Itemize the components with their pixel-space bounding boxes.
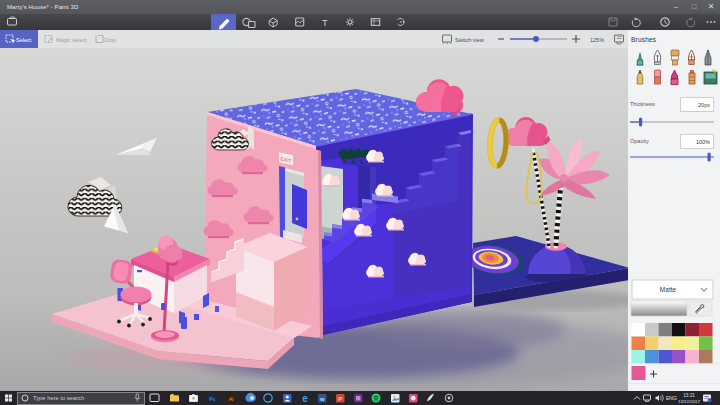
svg-text:Ps: Ps — [209, 396, 215, 402]
svg-text:100%: 100% — [696, 139, 710, 145]
svg-text:Thickness: Thickness — [630, 101, 655, 107]
svg-text:Opacity: Opacity — [630, 138, 649, 144]
svg-text:13:21: 13:21 — [683, 393, 695, 398]
svg-text:13/12/2017: 13/12/2017 — [678, 399, 701, 404]
svg-text:T: T — [322, 17, 328, 28]
svg-text:20px: 20px — [698, 102, 710, 108]
svg-text:Matte: Matte — [660, 286, 677, 293]
svg-text:P: P — [338, 396, 342, 402]
svg-text:e: e — [302, 393, 308, 404]
svg-text:Ai: Ai — [229, 396, 233, 402]
svg-text:ENG: ENG — [666, 395, 677, 401]
svg-text:w: w — [319, 396, 325, 402]
